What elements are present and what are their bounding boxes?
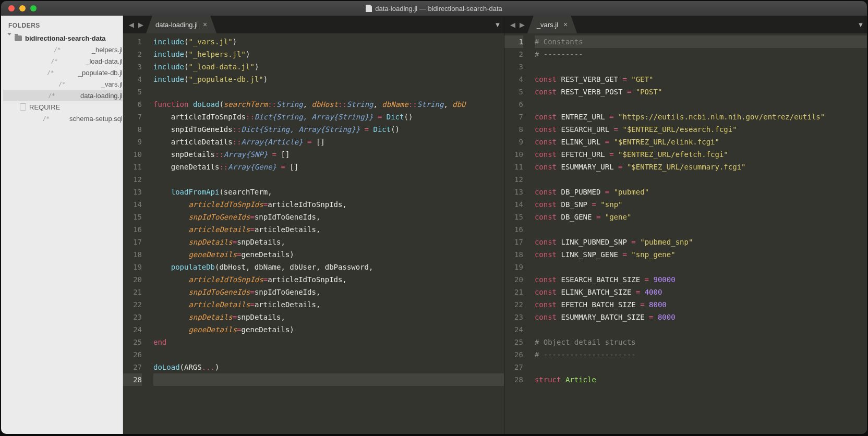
code-line[interactable]: end: [153, 336, 504, 348]
gutter-line[interactable]: 5: [123, 86, 142, 98]
code-line[interactable]: const ESEARCH_BATCH_SIZE = 90000: [535, 273, 867, 286]
gutter-line[interactable]: 3: [123, 60, 142, 73]
gutter-line[interactable]: 9: [504, 136, 523, 148]
gutter-line[interactable]: 12: [504, 173, 523, 186]
gutter-line[interactable]: 1: [504, 35, 523, 48]
minimize-window-button[interactable]: [19, 5, 26, 11]
code-line[interactable]: loadFromApi(searchTerm,: [153, 186, 504, 198]
zoom-window-button[interactable]: [30, 5, 37, 11]
code-line[interactable]: const DB_SNP = "snp": [535, 198, 867, 211]
code-line[interactable]: articleIdToSnpIds=articleIdToSnpIds,: [153, 273, 504, 286]
code-line[interactable]: const ELINK_BATCH_SIZE = 4000: [535, 286, 867, 298]
code-line[interactable]: [153, 348, 504, 361]
code-line[interactable]: const ESUMMARY_URL = "$ENTREZ_URL/esumma…: [535, 161, 867, 173]
gutter-line[interactable]: 19: [123, 261, 142, 273]
gutter-line[interactable]: 15: [123, 211, 142, 223]
close-tab-button[interactable]: ×: [203, 20, 207, 29]
code-line[interactable]: # ---------------------: [535, 348, 867, 361]
gutter-line[interactable]: 16: [123, 223, 142, 236]
file-schema-setup-sql[interactable]: schema-setup.sql: [3, 113, 123, 124]
gutter-line[interactable]: 26: [123, 348, 142, 361]
code-line[interactable]: [535, 261, 867, 273]
file--load-data-jl[interactable]: _load-data.jl: [3, 55, 123, 67]
gutter-line[interactable]: 22: [123, 298, 142, 311]
code-line[interactable]: [153, 86, 504, 98]
code-line[interactable]: snpIdToGeneIds=snpIdToGeneIds,: [153, 286, 504, 298]
code-line[interactable]: [535, 60, 867, 73]
code-line[interactable]: const ESUMMARY_BATCH_SIZE = 8000: [535, 311, 867, 323]
code-line[interactable]: [535, 361, 867, 373]
code-line[interactable]: # Constants: [535, 35, 867, 48]
code-line[interactable]: snpDetails::Array{SNP} = []: [153, 148, 504, 161]
file-data-loading-jl[interactable]: data-loading.jl: [3, 90, 123, 101]
gutter-line[interactable]: 25: [123, 336, 142, 348]
code-line[interactable]: include("_populate-db.jl"): [153, 73, 504, 86]
code-line[interactable]: [535, 323, 867, 336]
gutter-line[interactable]: 11: [504, 161, 523, 173]
code-line[interactable]: # ---------: [535, 48, 867, 60]
gutter-line[interactable]: 17: [123, 236, 142, 248]
gutter-line[interactable]: 2: [504, 48, 523, 60]
gutter-line[interactable]: 20: [123, 273, 142, 286]
gutter-line[interactable]: 27: [123, 361, 142, 373]
code-line[interactable]: articleDetails=articleDetails,: [153, 298, 504, 311]
file--populate-db-jl[interactable]: _populate-db.jl: [3, 67, 123, 78]
code-line[interactable]: articleDetails=articleDetails,: [153, 223, 504, 236]
gutter-line[interactable]: 13: [123, 186, 142, 198]
code-line[interactable]: snpIdToGeneIds=snpIdToGeneIds,: [153, 211, 504, 223]
gutter-line[interactable]: 24: [123, 323, 142, 336]
gutter-line[interactable]: 9: [123, 136, 142, 148]
code-line[interactable]: geneDetails=geneDetails): [153, 248, 504, 261]
gutter-line[interactable]: 1: [123, 35, 142, 48]
pane-menu-button[interactable]: ▼: [854, 16, 867, 33]
code-line[interactable]: const REST_VERB_GET = "GET": [535, 73, 867, 86]
editor-right[interactable]: 1234567891011121314151617181920212223242…: [504, 33, 867, 434]
code-line[interactable]: snpDetails=snpDetails,: [153, 236, 504, 248]
pane-menu-button[interactable]: ▼: [491, 16, 504, 33]
code-line[interactable]: const ENTREZ_URL = "https://eutils.ncbi.…: [535, 111, 867, 123]
gutter-line[interactable]: 4: [504, 73, 523, 86]
gutter-line[interactable]: 4: [123, 73, 142, 86]
gutter-line[interactable]: 26: [504, 348, 523, 361]
gutter-line[interactable]: 7: [123, 111, 142, 123]
code-line[interactable]: geneDetails::Array{Gene} = []: [153, 161, 504, 173]
gutter-line[interactable]: 17: [504, 236, 523, 248]
project-folder[interactable]: bidirectional-search-data: [3, 32, 123, 44]
gutter-line[interactable]: 2: [123, 48, 142, 60]
file-require[interactable]: REQUIRE: [3, 101, 123, 113]
code-line[interactable]: [535, 173, 867, 186]
gutter-line[interactable]: 14: [123, 198, 142, 211]
nav-forward-button[interactable]: ▶: [137, 20, 145, 29]
code-line[interactable]: const ELINK_URL = "$ENTREZ_URL/elink.fcg…: [535, 136, 867, 148]
file--vars-jl[interactable]: _vars.jl: [3, 78, 123, 90]
gutter-line[interactable]: 7: [504, 111, 523, 123]
code-line[interactable]: snpDetails=snpDetails,: [153, 311, 504, 323]
gutter-line[interactable]: 13: [504, 186, 523, 198]
code-line[interactable]: include("_vars.jl"): [153, 35, 504, 48]
gutter-line[interactable]: 10: [504, 148, 523, 161]
code-line[interactable]: function doLoad(searchTerm::String, dbHo…: [153, 98, 504, 111]
gutter-line[interactable]: 21: [123, 286, 142, 298]
nav-back-button[interactable]: ◀: [127, 20, 136, 29]
tab-vars[interactable]: _vars.jl ×: [527, 16, 577, 33]
code-line[interactable]: const LINK_PUBMED_SNP = "pubmed_snp": [535, 236, 867, 248]
code-line[interactable]: articleIdToSnpIds::Dict{String, Array{St…: [153, 111, 504, 123]
gutter-line[interactable]: 18: [504, 248, 523, 261]
close-window-button[interactable]: [8, 5, 15, 11]
file--helpers-jl[interactable]: _helpers.jl: [3, 44, 123, 55]
gutter-line[interactable]: 19: [504, 261, 523, 273]
code-line[interactable]: articleDetails::Array{Article} = []: [153, 136, 504, 148]
code-line[interactable]: const EFETCH_BATCH_SIZE = 8000: [535, 298, 867, 311]
code-line[interactable]: [153, 173, 504, 186]
gutter-line[interactable]: 8: [504, 123, 523, 136]
code-line[interactable]: articleIdToSnpIds=articleIdToSnpIds,: [153, 198, 504, 211]
gutter-line[interactable]: 24: [504, 323, 523, 336]
close-tab-button[interactable]: ×: [563, 20, 568, 29]
code-line[interactable]: # Object detail structs: [535, 336, 867, 348]
code-line[interactable]: snpIdToGeneIds::Dict{String, Array{Strin…: [153, 123, 504, 136]
gutter-line[interactable]: 6: [504, 98, 523, 111]
code-line[interactable]: const ESEARCH_URL = "$ENTREZ_URL/esearch…: [535, 123, 867, 136]
code-line[interactable]: struct Article: [535, 373, 867, 386]
code-line[interactable]: [153, 373, 504, 386]
code-line[interactable]: [535, 98, 867, 111]
